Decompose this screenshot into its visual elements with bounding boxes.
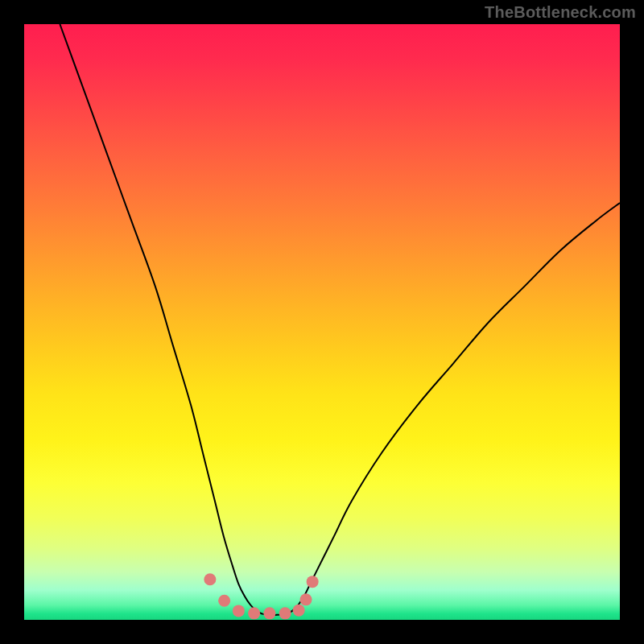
data-marker: [279, 607, 291, 619]
plot-area: [24, 24, 620, 620]
data-marker: [307, 576, 319, 588]
curve-layer: [24, 24, 620, 620]
right-curve: [275, 203, 620, 615]
watermark-text: TheBottleneck.com: [485, 3, 636, 22]
data-marker: [263, 607, 275, 619]
data-marker: [204, 573, 216, 585]
data-marker: [300, 593, 312, 605]
left-curve: [60, 24, 274, 615]
data-marker: [293, 605, 305, 617]
data-marker: [248, 607, 260, 619]
chart-frame: TheBottleneck.com: [0, 0, 644, 644]
data-marker: [233, 605, 245, 617]
data-marker: [218, 595, 230, 607]
